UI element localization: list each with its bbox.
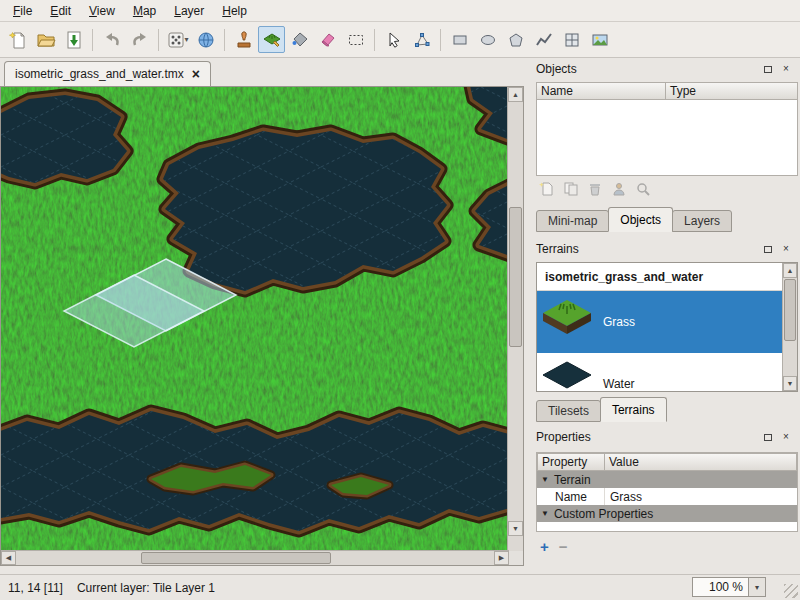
insert-polyline-button[interactable] bbox=[530, 26, 557, 53]
scroll-down-icon[interactable]: ▼ bbox=[508, 521, 523, 536]
float-dock-icon[interactable] bbox=[762, 243, 774, 255]
tileset-name: isometric_grass_and_water bbox=[545, 270, 703, 284]
properties-dock-title: Properties × bbox=[536, 428, 798, 446]
map-vertical-scrollbar[interactable]: ▲ ▼ bbox=[507, 87, 523, 551]
resize-grip[interactable] bbox=[784, 584, 798, 598]
menu-view[interactable]: View bbox=[80, 2, 124, 20]
property-value[interactable]: Grass bbox=[605, 490, 642, 504]
duplicate-object-icon bbox=[563, 181, 579, 197]
new-object-button[interactable] bbox=[538, 180, 556, 198]
redo-button[interactable] bbox=[126, 26, 153, 53]
column-value[interactable]: Value bbox=[605, 453, 797, 471]
scroll-left-icon[interactable]: ◀ bbox=[1, 551, 16, 565]
close-dock-icon[interactable]: × bbox=[780, 63, 792, 75]
save-file-button[interactable] bbox=[60, 26, 87, 53]
objects-list[interactable] bbox=[536, 100, 798, 176]
new-file-button[interactable] bbox=[4, 26, 31, 53]
close-dock-icon[interactable]: × bbox=[780, 243, 792, 255]
collapse-icon[interactable]: ▼ bbox=[541, 509, 549, 518]
scroll-down-icon[interactable]: ▼ bbox=[783, 376, 797, 391]
remove-property-button[interactable]: − bbox=[559, 540, 568, 554]
properties-table[interactable]: Property Value ▼ Terrain Name Grass ▼ Cu… bbox=[536, 452, 798, 532]
view-tab-bar: Tilesets Terrains bbox=[536, 396, 798, 422]
terrains-scrollbar[interactable]: ▲ ▼ bbox=[782, 263, 797, 391]
terrain-brush-button[interactable] bbox=[258, 26, 285, 53]
tileset-group-header[interactable]: isometric_grass_and_water bbox=[537, 263, 797, 291]
edit-object-button[interactable] bbox=[610, 180, 628, 198]
insert-tile-icon bbox=[562, 30, 582, 50]
terrains-dock-title: Terrains × bbox=[536, 240, 798, 258]
column-type[interactable]: Type bbox=[666, 82, 798, 100]
insert-tile-button[interactable] bbox=[558, 26, 585, 53]
menu-map[interactable]: Map bbox=[124, 2, 165, 20]
tab-mini-map-label: Mini-map bbox=[548, 214, 597, 228]
eraser-button[interactable] bbox=[314, 26, 341, 53]
open-file-button[interactable] bbox=[32, 26, 59, 53]
undo-button[interactable] bbox=[98, 26, 125, 53]
rect-select-button[interactable] bbox=[342, 26, 369, 53]
zoom-combo[interactable]: 100 % ▾ bbox=[692, 577, 766, 597]
column-name[interactable]: Name bbox=[536, 82, 666, 100]
map-horizontal-scrollbar[interactable]: ◀ ▶ bbox=[1, 550, 509, 565]
tab-tilesets[interactable]: Tilesets bbox=[536, 400, 601, 422]
tab-objects[interactable]: Objects bbox=[608, 207, 673, 232]
float-dock-icon[interactable] bbox=[762, 431, 774, 443]
scroll-right-icon[interactable]: ▶ bbox=[494, 551, 509, 565]
property-group-custom[interactable]: ▼ Custom Properties bbox=[537, 505, 797, 522]
float-dock-icon[interactable] bbox=[762, 63, 774, 75]
tab-objects-label: Objects bbox=[620, 213, 661, 227]
terrains-panel[interactable]: isometric_grass_and_water Grass Water ▲ … bbox=[536, 262, 798, 392]
tab-terrains-label: Terrains bbox=[612, 403, 655, 417]
search-object-icon bbox=[635, 181, 651, 197]
terrain-label: Water bbox=[603, 377, 635, 391]
tab-close-icon[interactable]: × bbox=[192, 68, 200, 80]
document-tab[interactable]: isometric_grass_and_water.tmx × bbox=[4, 61, 211, 86]
zoom-dropdown-icon[interactable]: ▾ bbox=[748, 578, 765, 596]
insert-rectangle-button[interactable] bbox=[446, 26, 473, 53]
select-object-button[interactable] bbox=[380, 26, 407, 53]
insert-image-button[interactable] bbox=[586, 26, 613, 53]
properties-toolbar: + − bbox=[540, 540, 568, 554]
menu-file[interactable]: File bbox=[4, 2, 41, 20]
bucket-fill-button[interactable] bbox=[286, 26, 313, 53]
edit-polygons-button[interactable] bbox=[408, 26, 435, 53]
menu-edit[interactable]: Edit bbox=[41, 2, 80, 20]
edit-polygons-icon bbox=[412, 30, 432, 50]
terrain-item-grass[interactable]: Grass bbox=[537, 291, 784, 353]
search-object-button[interactable] bbox=[634, 180, 652, 198]
toolbar-separator bbox=[224, 29, 225, 51]
duplicate-object-button[interactable] bbox=[562, 180, 580, 198]
terrains-scroll-thumb[interactable] bbox=[784, 279, 796, 341]
objects-dock-label: Objects bbox=[536, 62, 762, 76]
tab-terrains[interactable]: Terrains bbox=[600, 397, 667, 422]
scroll-up-icon[interactable]: ▲ bbox=[508, 87, 523, 102]
collapse-icon[interactable]: ▼ bbox=[541, 475, 549, 484]
dice-button[interactable]: ▾ bbox=[164, 26, 191, 53]
vertical-scroll-thumb[interactable] bbox=[509, 207, 522, 347]
main-toolbar: ▾ bbox=[0, 22, 800, 58]
tab-layers[interactable]: Layers bbox=[672, 210, 732, 232]
property-row-name[interactable]: Name Grass bbox=[537, 488, 797, 505]
insert-polygon-button[interactable] bbox=[502, 26, 529, 53]
status-bar: 11, 14 [11] Current layer: Tile Layer 1 bbox=[0, 574, 800, 600]
globe-button[interactable] bbox=[192, 26, 219, 53]
terrain-item-water[interactable]: Water bbox=[537, 353, 784, 392]
map-view[interactable]: ▲ ▼ ◀ ▶ bbox=[0, 86, 524, 566]
properties-header: Property Value bbox=[537, 453, 797, 471]
map-canvas[interactable] bbox=[1, 87, 508, 550]
menu-bar: File Edit View Map Layer Help bbox=[0, 0, 800, 22]
scroll-up-icon[interactable]: ▲ bbox=[783, 263, 797, 278]
property-group-terrain[interactable]: ▼ Terrain bbox=[537, 471, 797, 488]
tab-mini-map[interactable]: Mini-map bbox=[536, 210, 609, 232]
stamp-brush-button[interactable] bbox=[230, 26, 257, 53]
edit-object-icon bbox=[611, 181, 627, 197]
menu-layer[interactable]: Layer bbox=[165, 2, 213, 20]
close-dock-icon[interactable]: × bbox=[780, 431, 792, 443]
insert-ellipse-button[interactable] bbox=[474, 26, 501, 53]
column-property[interactable]: Property bbox=[537, 453, 605, 471]
add-property-button[interactable]: + bbox=[540, 540, 549, 554]
toolbar-separator bbox=[374, 29, 375, 51]
menu-help[interactable]: Help bbox=[213, 2, 256, 20]
horizontal-scroll-thumb[interactable] bbox=[141, 552, 331, 564]
remove-object-button[interactable] bbox=[586, 180, 604, 198]
